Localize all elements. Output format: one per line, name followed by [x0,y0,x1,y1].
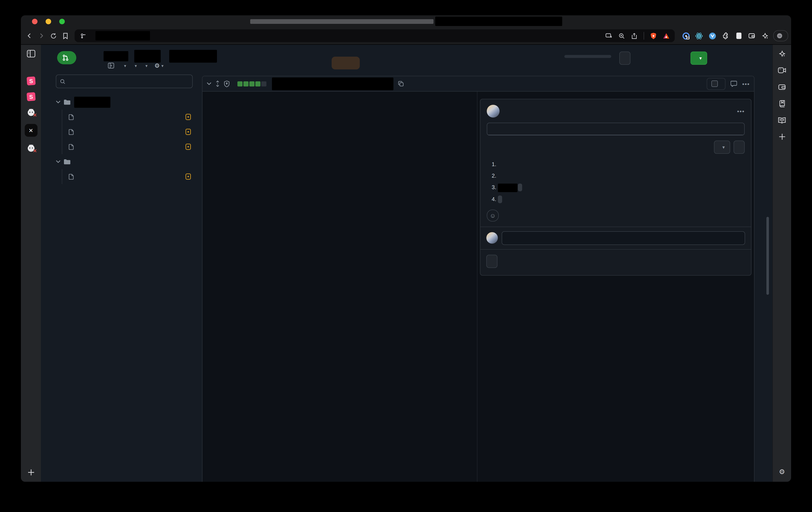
redaction-box [435,17,562,26]
diff-toolbar: ▾ ▾ ▾ ⚙▾ [106,61,164,70]
tree-file-item[interactable] [56,124,193,139]
chevron-down-icon: ▾ [124,63,126,68]
new-tab-button[interactable] [21,469,41,476]
files-viewed-progress-bar [564,55,611,58]
file-icon [69,174,74,180]
review-thread: ••• ▾ [480,99,752,275]
comment-body [487,160,745,203]
pr-title [102,50,221,63]
redaction-box [498,183,518,192]
brave-shields-icon[interactable] [648,31,659,41]
tree-file-item[interactable] [56,110,193,124]
wallet-icon[interactable] [747,31,757,41]
redaction-box [169,50,217,63]
bookmark-icon[interactable] [60,31,70,41]
vpn-button[interactable]: – [773,30,788,41]
sidebar-toggle-icon[interactable] [26,49,36,58]
share-icon[interactable] [629,31,639,41]
changes-from-dropdown[interactable]: ▾ [122,63,126,68]
inline-code [498,195,502,203]
tree-file-item[interactable] [56,139,193,154]
file-filter-box[interactable] [56,74,193,88]
brave-rewards-icon[interactable] [661,31,671,41]
divider [644,32,644,40]
filter-changed-files-input[interactable] [68,78,188,85]
save-page-icon[interactable] [604,31,614,41]
wallet-icon[interactable] [777,82,787,92]
video-call-icon[interactable] [777,66,787,75]
comment-list-item [498,172,745,180]
site-settings-icon[interactable] [78,31,88,41]
address-bar[interactable] [75,29,675,42]
viewed-checkbox[interactable] [712,81,718,87]
reply-input[interactable] [502,231,745,245]
file-icon [69,129,74,135]
commit-suggestion-button[interactable]: ▾ [714,141,730,154]
add-suggestion-to-batch-button[interactable] [733,141,745,154]
review-in-codespace-button[interactable] [619,52,631,65]
folder-icon [63,99,70,105]
comment-bubble-icon[interactable] [731,81,737,87]
zoom-page-icon[interactable] [616,31,627,41]
password-manager-icon[interactable] [681,31,691,41]
drag-grip-icon[interactable] [215,81,220,87]
refresh-button[interactable] [331,57,360,69]
browser-toolbar: – [21,27,791,45]
conversations-dropdown[interactable]: ▾ [144,63,147,68]
pr-status-badge [57,51,76,64]
github-page: ▾ ▾ ▾ ⚙▾ ▾ [41,45,772,482]
add-panel-plus-icon[interactable] [777,132,787,142]
redaction-box [95,31,150,40]
chevron-down-icon: ▾ [161,63,164,68]
tree-file-item[interactable] [56,169,193,184]
shield-icon[interactable] [224,80,230,87]
split-diff: ••• ▾ [202,92,754,482]
comment-header: ••• [487,105,745,118]
reading-list-icon[interactable] [777,115,787,125]
reload-button[interactable] [48,31,58,41]
leo-ai-sparkle-icon[interactable] [760,31,770,41]
diff-settings-gear[interactable]: ⚙▾ [154,62,164,69]
file-menu-kebab-icon[interactable]: ••• [742,80,750,87]
resolve-conversation-button[interactable] [486,254,497,268]
add-reaction-emoji-button[interactable]: ☺ [487,209,499,221]
page-scrollbar-thumb[interactable] [766,217,769,295]
diff-file-container: ••• [202,76,754,482]
collapse-file-chevron-icon[interactable] [207,82,211,85]
notification-x-badge: ✕ [33,148,37,154]
forward-button[interactable] [36,31,47,41]
suggested-change-block [487,123,745,135]
bookmarks-book-icon[interactable] [777,99,787,108]
back-button[interactable] [24,31,34,41]
avatar[interactable] [487,105,499,118]
vue-devtools-icon[interactable] [707,31,717,41]
suggested-change-title [487,123,744,135]
file-filter-dropdown[interactable]: ▾ [133,63,137,68]
extensions-puzzle-icon[interactable] [720,31,731,41]
pinned-tab-s-icon[interactable]: S [26,92,36,101]
react-devtools-icon[interactable] [694,31,704,41]
tree-folder-utils-locales-en[interactable] [56,154,193,169]
copy-path-icon[interactable] [398,81,404,87]
settings-gear-button[interactable]: ⚙ [773,468,791,476]
github-tab-icon[interactable]: ✕ [27,144,35,152]
comment-menu-kebab-icon[interactable]: ••• [737,108,745,115]
diff-stat-squares [237,81,267,86]
active-tab-close-icon[interactable]: ✕ [25,124,37,137]
review-changes-button[interactable]: ▾ [691,52,707,65]
chevron-down-icon [56,160,60,163]
chevron-down-icon: ▾ [135,63,137,68]
viewed-toggle-button[interactable] [707,78,726,90]
github-tab-icon[interactable]: ✕ [27,108,35,117]
title-bar [21,15,791,27]
screen: – S S ✕ ✕ ✕ [0,0,812,512]
notification-x-badge: ✕ [33,113,37,118]
sidebar-panel-icon[interactable] [733,31,744,41]
pinned-tab-s-icon[interactable]: S [26,77,36,86]
collapse-sidebar-icon[interactable] [106,61,116,70]
file-icon [69,114,74,120]
leo-ai-sparkle-icon[interactable] [777,49,787,58]
window-title [21,15,791,27]
modified-file-badge [185,129,191,135]
tree-folder-modules[interactable] [56,95,193,110]
